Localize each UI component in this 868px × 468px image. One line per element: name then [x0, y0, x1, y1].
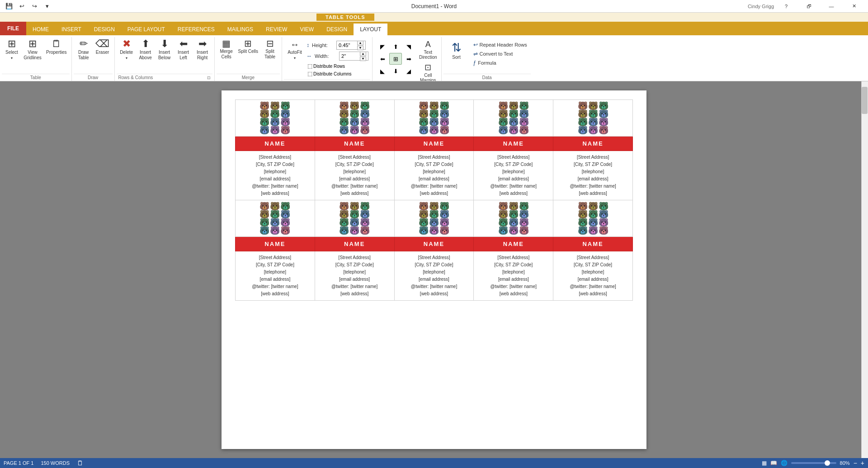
restore-btn[interactable]: 🗗 — [798, 0, 819, 13]
zoom-thumb[interactable] — [825, 460, 830, 466]
print-layout-btn[interactable]: ▦ — [762, 460, 767, 466]
autofit-button[interactable]: ↔ AutoFit ▾ — [285, 39, 305, 61]
reading-view-btn[interactable]: 📖 — [770, 460, 777, 466]
tab-design-main[interactable]: DESIGN — [88, 24, 121, 35]
info-cell-2[interactable]: [Street Address][City, ST ZIP Code][tele… — [315, 151, 394, 200]
name-cell-5[interactable]: NAME — [553, 137, 633, 151]
height-up[interactable]: ▲ — [357, 41, 363, 45]
align-middle-center[interactable]: ⊞ — [389, 53, 402, 65]
document-page: 🐻🐻🐻 🐻🐻🐻 🐻🐻🐻 🐻🐻🐻 🐻🐻🐻 — [222, 90, 646, 449]
zoom-in-btn[interactable]: + — [861, 459, 864, 467]
undo-btn[interactable]: ↩ — [16, 1, 27, 12]
bear-g3: 🐻 — [259, 118, 269, 126]
info-cell-1[interactable]: [Street Address] [City, ST ZIP Code] [te… — [236, 151, 315, 200]
tab-insert[interactable]: INSERT — [55, 24, 88, 35]
document-title: Document1 - Word — [411, 3, 457, 9]
height-down[interactable]: ▼ — [357, 46, 363, 50]
properties-button[interactable]: 🗒 Properties — [44, 38, 69, 56]
align-top-left[interactable]: ◤ — [376, 41, 389, 52]
web-layout-btn[interactable]: 🌐 — [781, 460, 788, 466]
width-up[interactable]: ▲ — [360, 52, 366, 56]
width-input[interactable]: 2" ▲ ▼ — [339, 52, 368, 61]
name-cell-3[interactable]: NAME — [394, 137, 474, 151]
save-btn[interactable]: 💾 — [4, 1, 14, 12]
merge-cells-button[interactable]: ▦ MergeCells — [217, 38, 236, 61]
eraser-button[interactable]: ⌫ Eraser — [94, 38, 112, 56]
insert-below-icon: ⬇ — [160, 39, 169, 49]
tab-file[interactable]: FILE — [0, 22, 26, 35]
align-top-right[interactable]: ◥ — [402, 41, 415, 52]
insert-right-button[interactable]: ➡ InsertRight — [193, 38, 212, 61]
align-bottom-right[interactable]: ◢ — [402, 65, 415, 77]
align-middle-left[interactable]: ⬅ — [376, 53, 389, 65]
info-cell-2-1[interactable]: [Street Address][City, ST ZIP Code][tele… — [236, 251, 315, 301]
split-cells-button[interactable]: ⊞ Split Cells — [236, 38, 260, 55]
info-cell-2-2[interactable]: [Street Address][City, ST ZIP Code][tele… — [315, 251, 394, 301]
convert-to-text-button[interactable]: ⇌ Convert to Text — [472, 50, 529, 58]
align-middle-right[interactable]: ➡ — [402, 53, 415, 65]
info-cell-2-3[interactable]: [Street Address][City, ST ZIP Code][tele… — [394, 251, 474, 301]
close-btn[interactable]: ✕ — [844, 0, 864, 13]
width-spinner[interactable]: ▲ ▼ — [360, 52, 366, 61]
name-cell-2-2[interactable]: NAME — [315, 237, 394, 251]
status-right: ▦ 📖 🌐 80% − + — [762, 459, 864, 467]
tab-references[interactable]: REFERENCES — [171, 24, 221, 35]
align-bottom-left[interactable]: ◣ — [376, 65, 389, 77]
tab-view[interactable]: VIEW — [293, 24, 320, 35]
name-cell-2-3[interactable]: NAME — [394, 237, 474, 251]
convert-text-label: Convert to Text — [480, 51, 513, 57]
vertical-scrollbar[interactable] — [861, 81, 868, 458]
height-spinner[interactable]: ▲ ▼ — [357, 41, 363, 50]
tab-home[interactable]: HOME — [26, 24, 55, 35]
width-down[interactable]: ▼ — [360, 57, 366, 61]
tab-page-layout[interactable]: PAGE LAYOUT — [121, 24, 171, 35]
text-direction-button[interactable]: A TextDirection — [418, 39, 438, 61]
name-cell-2[interactable]: NAME — [315, 137, 394, 151]
zoom-slider[interactable] — [791, 462, 836, 464]
bear-b2: 🐻 — [280, 110, 290, 118]
info-cell-3[interactable]: [Street Address][City, ST ZIP Code][tele… — [394, 151, 474, 200]
bear-cell-2-5: 🐻🐻🐻 🐻🐻🐻 🐻🐻🐻 🐻🐻🐻 — [553, 200, 633, 237]
name-cell-2-5[interactable]: NAME — [553, 237, 633, 251]
draw-table-button[interactable]: ✏ DrawTable — [75, 38, 93, 61]
customize-btn[interactable]: ▾ — [42, 1, 52, 12]
info-cell-2-4[interactable]: [Street Address][City, ST ZIP Code][tele… — [474, 251, 553, 301]
height-input[interactable]: 0.45" ▲ ▼ — [336, 41, 366, 50]
info-cell-2-5[interactable]: [Street Address][City, ST ZIP Code][tele… — [553, 251, 633, 301]
rows-cols-expand[interactable]: ⊡ — [207, 76, 211, 80]
layout-icon[interactable]: 🗒 — [77, 459, 83, 467]
text-direction-icon: A — [425, 40, 431, 49]
tab-review[interactable]: REVIEW — [259, 24, 293, 35]
align-top-center[interactable]: ⬆ — [389, 41, 402, 52]
info-cell-5[interactable]: [Street Address][City, ST ZIP Code][tele… — [553, 151, 633, 200]
scrollbar-thumb[interactable] — [862, 87, 868, 114]
info-cell-4[interactable]: [Street Address][City, ST ZIP Code][tele… — [474, 151, 553, 200]
name-cell-2-4[interactable]: NAME — [474, 237, 553, 251]
tab-design-table[interactable]: DESIGN — [320, 24, 354, 35]
align-bottom-center[interactable]: ⬇ — [389, 65, 402, 77]
name-cell-1[interactable]: NAME — [236, 137, 315, 151]
sort-button[interactable]: ⇅ Sort — [445, 39, 468, 61]
repeat-header-rows-button[interactable]: ↩ Repeat Header Rows — [472, 41, 529, 49]
zoom-out-btn[interactable]: − — [854, 459, 857, 467]
insert-left-button[interactable]: ⬅ InsertLeft — [175, 38, 193, 61]
select-button[interactable]: ⊞ Select ▾ — [3, 38, 21, 61]
insert-above-button[interactable]: ⬆ InsertAbove — [137, 38, 155, 61]
delete-button[interactable]: ✖ Delete ▾ — [118, 38, 136, 61]
help-btn[interactable]: ? — [776, 0, 797, 13]
tab-mailings[interactable]: MAILINGS — [221, 24, 259, 35]
distribute-columns-button[interactable]: ⬚ Distribute Columns — [307, 70, 368, 77]
view-gridlines-button[interactable]: ⊞ ViewGridlines — [22, 38, 43, 61]
split-table-button[interactable]: ⊟ SplitTable — [261, 38, 279, 61]
tab-layout[interactable]: LAYOUT — [354, 24, 387, 35]
name-cell-4[interactable]: NAME — [474, 137, 553, 151]
minimize-btn[interactable]: — — [821, 0, 842, 13]
distribute-rows-button[interactable]: ⬚ Distribute Rows — [307, 62, 368, 70]
ribbon-group-cell-size: ↔ AutoFit ▾ ↕ Height: 0.45" ▲ ▼ — [282, 37, 373, 81]
name-cell-2-1[interactable]: NAME — [236, 237, 315, 251]
formula-button[interactable]: ƒ Formula — [472, 59, 529, 67]
insert-below-button[interactable]: ⬇ InsertBelow — [156, 38, 174, 61]
redo-btn[interactable]: ↪ — [29, 1, 40, 12]
rows-cols-label-text: Rows & Columns — [118, 75, 153, 80]
cell-margins-button[interactable]: ⊡ CellMargins — [418, 61, 438, 81]
